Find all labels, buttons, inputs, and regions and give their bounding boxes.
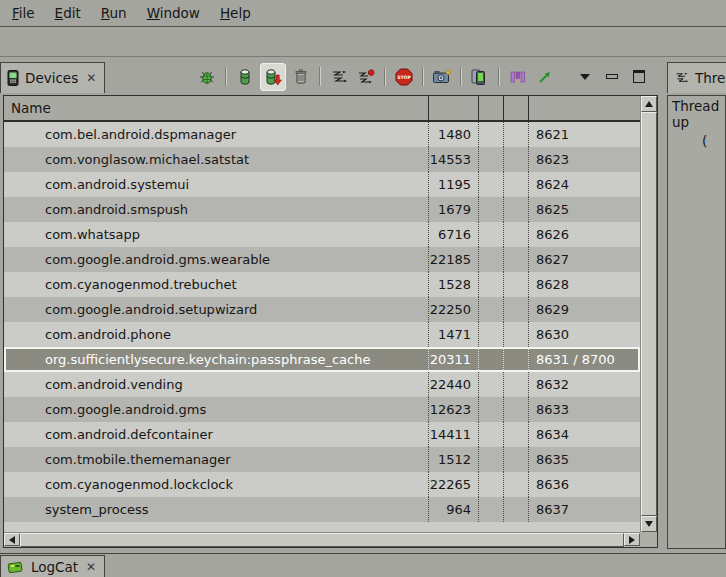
cell-blank1	[479, 372, 504, 397]
column-header-blank2[interactable]	[504, 96, 529, 120]
cell-blank2	[504, 322, 529, 347]
cell-blank2	[504, 147, 529, 172]
cell-name: com.tmobile.thememanager	[4, 447, 429, 472]
cell-name: com.android.phone	[4, 322, 429, 347]
tab-devices-label: Devices	[25, 70, 78, 86]
cell-port: 8629	[529, 297, 640, 322]
table-row[interactable]: org.sufficientlysecure.keychain:passphra…	[4, 347, 640, 372]
tab-devices[interactable]: Devices ✕	[0, 62, 105, 93]
cell-blank1	[479, 222, 504, 247]
close-icon[interactable]: ✕	[86, 71, 96, 85]
tab-logcat[interactable]: LogCat ✕	[0, 555, 105, 577]
threads-message-line1: Thread up	[672, 98, 725, 130]
maximize-button[interactable]	[627, 64, 651, 90]
table-row[interactable]: com.whatsapp67168626	[4, 222, 640, 247]
stop-process-icon: STOP	[394, 67, 414, 87]
scroll-right-button[interactable]	[624, 533, 640, 546]
cell-pid: 22185	[429, 247, 479, 272]
cell-name: com.google.android.gms.wearable	[4, 247, 429, 272]
table-row[interactable]: com.tmobile.thememanager15128635	[4, 447, 640, 472]
table-row[interactable]: com.google.android.setupwizard222508629	[4, 297, 640, 322]
horizontal-scrollbar[interactable]	[4, 532, 640, 547]
horizontal-scrollbar-thumb[interactable]	[20, 533, 624, 547]
update-heap-button[interactable]	[233, 64, 257, 90]
arrow-left-icon	[9, 536, 15, 544]
cell-blank2	[504, 347, 529, 372]
tab-threads[interactable]: Threa	[667, 62, 726, 93]
table-row[interactable]: com.android.systemui11958624	[4, 172, 640, 197]
menu-run[interactable]: Run	[91, 1, 137, 25]
table-row[interactable]: com.android.smspush16798625	[4, 197, 640, 222]
scroll-left-button[interactable]	[4, 533, 20, 546]
vertical-scrollbar-thumb[interactable]	[641, 112, 657, 516]
minimize-button[interactable]	[600, 64, 624, 90]
main-area: Devices ✕	[0, 58, 726, 553]
cell-blank1	[479, 322, 504, 347]
menu-window[interactable]: Window	[137, 1, 210, 25]
menu-file[interactable]: File	[2, 1, 45, 25]
menu-help[interactable]: Help	[210, 1, 261, 25]
dump-hprof-icon	[264, 68, 283, 86]
process-table-header[interactable]: Name	[4, 96, 640, 122]
debug-process-button[interactable]	[195, 64, 219, 90]
scroll-up-button[interactable]	[641, 96, 657, 112]
column-header-pid[interactable]	[429, 96, 479, 120]
table-row[interactable]: com.android.defcontainer144118634	[4, 422, 640, 447]
cell-pid: 1480	[429, 122, 479, 147]
cell-blank1	[479, 422, 504, 447]
screen-record-button[interactable]	[468, 64, 492, 90]
cell-port: 8630	[529, 322, 640, 347]
opengl-trace-icon	[537, 69, 553, 85]
tab-logcat-label: LogCat	[31, 559, 78, 575]
view-menu-button[interactable]	[573, 64, 597, 90]
screen-capture-button[interactable]	[430, 64, 454, 90]
threads-message: Thread up (	[667, 95, 726, 549]
threads-tabbar: Threa	[667, 60, 726, 93]
close-icon[interactable]: ✕	[86, 560, 96, 574]
column-header-blank1[interactable]	[479, 96, 504, 120]
update-threads-button[interactable]	[327, 64, 351, 90]
gc-trash-icon	[293, 68, 309, 86]
scrollbar-corner	[640, 532, 657, 547]
cell-name: com.bel.android.dspmanager	[4, 122, 429, 147]
cell-blank1	[479, 197, 504, 222]
cell-pid: 1528	[429, 272, 479, 297]
vertical-scrollbar[interactable]	[640, 96, 657, 532]
devices-panel: Devices ✕	[0, 60, 661, 551]
column-header-name[interactable]: Name	[4, 96, 429, 120]
table-row[interactable]: system_process9648637	[4, 497, 640, 522]
table-row[interactable]: com.bel.android.dspmanager14808621	[4, 122, 640, 147]
table-row[interactable]: com.android.phone14718630	[4, 322, 640, 347]
cell-blank2	[504, 497, 529, 522]
capture-system-trace-button[interactable]	[506, 64, 530, 90]
table-row[interactable]: com.google.android.gms.wearable221858627	[4, 247, 640, 272]
process-table-body: com.bel.android.dspmanager14808621com.vo…	[4, 122, 640, 532]
cell-pid: 22250	[429, 297, 479, 322]
cause-gc-button[interactable]	[289, 64, 313, 90]
toolbar-separator	[319, 67, 321, 86]
cell-port: 8632	[529, 372, 640, 397]
threads-message-line2: (	[702, 133, 725, 149]
cell-blank2	[504, 122, 529, 147]
cell-blank1	[479, 397, 504, 422]
table-row[interactable]: com.cyanogenmod.trebuchet15288628	[4, 272, 640, 297]
stop-process-button[interactable]: STOP	[392, 64, 416, 90]
cell-pid: 6716	[429, 222, 479, 247]
cell-pid: 14411	[429, 422, 479, 447]
start-opengl-trace-button[interactable]	[533, 64, 557, 90]
cell-port: 8636	[529, 472, 640, 497]
table-row[interactable]: com.cyanogenmod.lockclock222658636	[4, 472, 640, 497]
column-header-port[interactable]	[529, 96, 640, 120]
cell-name: com.android.defcontainer	[4, 422, 429, 447]
cell-blank2	[504, 172, 529, 197]
menu-edit[interactable]: Edit	[45, 1, 91, 25]
start-method-profiling-button[interactable]	[354, 64, 378, 90]
scroll-down-button[interactable]	[641, 516, 657, 532]
table-row[interactable]: com.vonglasow.michael.satstat145538623	[4, 147, 640, 172]
maximize-icon	[633, 70, 645, 83]
table-row[interactable]: com.google.android.gms126238633	[4, 397, 640, 422]
cell-name: com.google.android.setupwizard	[4, 297, 429, 322]
table-row[interactable]: com.android.vending224408632	[4, 372, 640, 397]
cell-blank1	[479, 497, 504, 522]
dump-hprof-button[interactable]	[260, 63, 286, 91]
